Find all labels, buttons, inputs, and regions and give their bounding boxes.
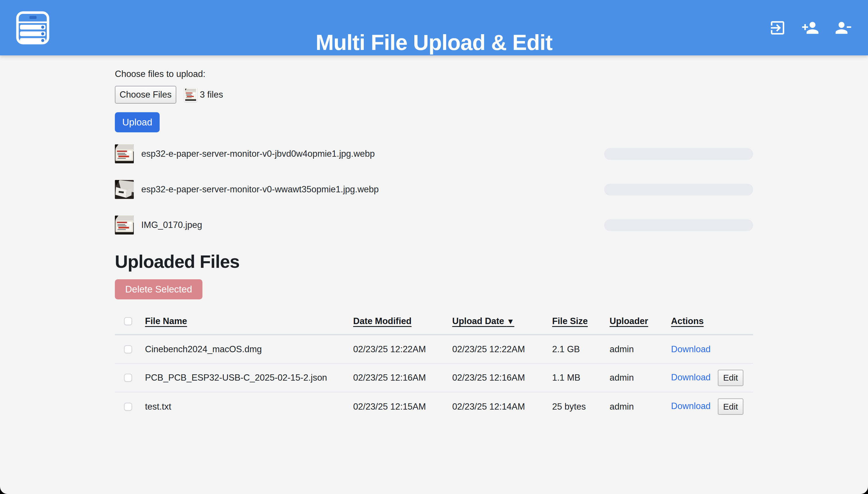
download-link[interactable]: Download xyxy=(671,372,711,382)
header-actions xyxy=(769,19,852,37)
column-header-file-name[interactable]: File Name xyxy=(145,316,187,326)
queue-item: esp32-e-paper-server-monitor-v0-wwawt35o… xyxy=(115,180,753,199)
queue-item: IMG_0170.jpeg xyxy=(115,215,753,234)
exit-to-app-icon[interactable] xyxy=(769,19,787,37)
file-thumbnail xyxy=(115,215,134,234)
row-checkbox[interactable] xyxy=(124,403,132,411)
app-window: Multi File Upload & Edit Choose files to… xyxy=(0,0,868,494)
person-add-icon[interactable] xyxy=(801,19,819,37)
progress-bar xyxy=(604,184,753,195)
selected-files-count: 3 files xyxy=(200,90,223,100)
table-row: Cinebench2024_macOS.dmg 02/23/25 12:22AM… xyxy=(115,335,753,363)
cell-file-size: 2.1 GB xyxy=(552,335,609,363)
cell-file-size: 25 bytes xyxy=(552,392,609,421)
queue-item: esp32-e-paper-server-monitor-v0-jbvd0w4o… xyxy=(115,145,753,163)
choose-files-label: Choose files to upload: xyxy=(115,69,753,79)
column-header-date-modified[interactable]: Date Modified xyxy=(353,316,412,326)
download-link[interactable]: Download xyxy=(671,344,711,354)
sort-descending-icon: ▼ xyxy=(507,317,514,326)
upload-button[interactable]: Upload xyxy=(115,112,159,132)
progress-bar xyxy=(604,219,753,231)
app-header: Multi File Upload & Edit xyxy=(0,0,868,55)
table-header-row: File Name Date Modified Upload Date ▼ Fi… xyxy=(115,308,753,335)
cell-upload-date: 02/23/25 12:16AM xyxy=(452,363,552,392)
cell-uploader: admin xyxy=(609,335,671,363)
table-row: PCB_PCB_ESP32-USB-C_2025-02-15-2.json 02… xyxy=(115,363,753,392)
upload-queue: esp32-e-paper-server-monitor-v0-jbvd0w4o… xyxy=(115,145,753,234)
select-all-checkbox[interactable] xyxy=(124,317,132,325)
cell-date-modified: 02/23/25 12:16AM xyxy=(353,363,452,392)
cell-file-name: test.txt xyxy=(145,392,353,421)
cell-file-name: Cinebench2024_macOS.dmg xyxy=(145,335,353,363)
queue-file-name: esp32-e-paper-server-monitor-v0-wwawt35o… xyxy=(141,184,379,195)
column-header-uploader[interactable]: Uploader xyxy=(609,316,648,326)
progress-bar xyxy=(604,148,753,160)
queue-file-name: IMG_0170.jpeg xyxy=(141,220,202,230)
column-header-actions[interactable]: Actions xyxy=(671,316,704,326)
file-thumbnail xyxy=(115,180,134,199)
table-row: test.txt 02/23/25 12:15AM 02/23/25 12:14… xyxy=(115,392,753,421)
file-thumbnail xyxy=(115,145,134,163)
delete-selected-button[interactable]: Delete Selected xyxy=(115,279,203,299)
person-remove-icon[interactable] xyxy=(834,19,852,37)
cell-upload-date: 02/23/25 12:22AM xyxy=(452,335,552,363)
edit-button[interactable]: Edit xyxy=(718,398,744,415)
server-stack-logo xyxy=(16,11,50,44)
edit-button[interactable]: Edit xyxy=(718,370,744,386)
cell-uploader: admin xyxy=(609,363,671,392)
cell-upload-date: 02/23/25 12:14AM xyxy=(452,392,552,421)
selected-files-thumbnail xyxy=(184,88,197,101)
cell-uploader: admin xyxy=(609,392,671,421)
column-header-upload-date[interactable]: Upload Date ▼ xyxy=(452,316,514,326)
page-title: Multi File Upload & Edit xyxy=(316,30,552,55)
cell-file-size: 1.1 MB xyxy=(552,363,609,392)
file-input-row: Choose Files 3 files xyxy=(115,86,753,103)
main-content: Choose files to upload: Choose Files 3 f… xyxy=(115,69,753,421)
queue-file-name: esp32-e-paper-server-monitor-v0-jbvd0w4o… xyxy=(141,149,375,159)
row-checkbox[interactable] xyxy=(124,374,132,382)
column-header-file-size[interactable]: File Size xyxy=(552,316,588,326)
download-link[interactable]: Download xyxy=(671,401,711,411)
cell-date-modified: 02/23/25 12:15AM xyxy=(353,392,452,421)
uploaded-files-heading: Uploaded Files xyxy=(115,251,753,272)
uploaded-files-table: File Name Date Modified Upload Date ▼ Fi… xyxy=(115,308,753,421)
cell-file-name: PCB_PCB_ESP32-USB-C_2025-02-15-2.json xyxy=(145,363,353,392)
cell-date-modified: 02/23/25 12:22AM xyxy=(353,335,452,363)
row-checkbox[interactable] xyxy=(124,345,132,353)
choose-files-button[interactable]: Choose Files xyxy=(115,86,176,103)
